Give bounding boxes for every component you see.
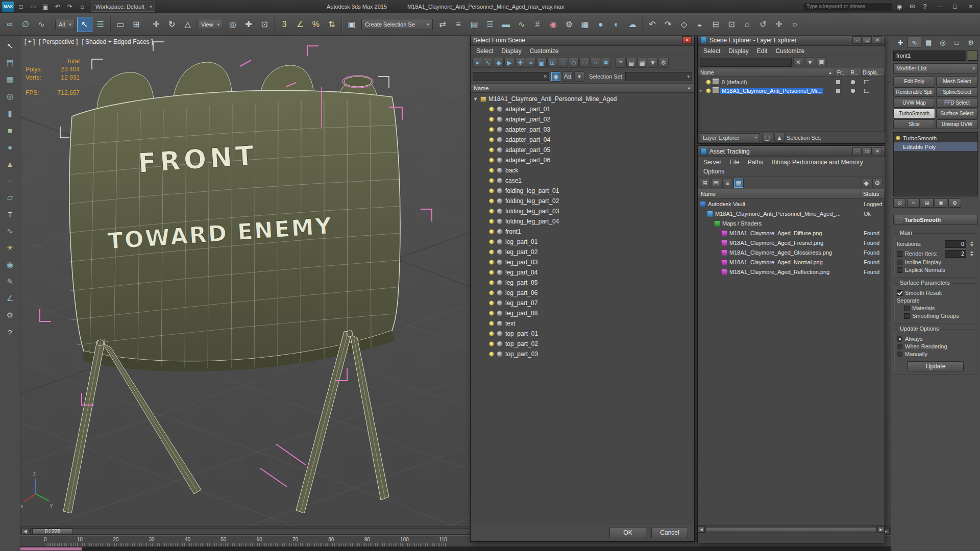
menu-item[interactable]: Customize <box>771 46 808 56</box>
sync-icon[interactable]: ▢ <box>762 133 772 143</box>
0 (default)[interactable]: 0 (default) <box>698 78 885 86</box>
redo-icon[interactable]: ↷ <box>64 2 76 12</box>
cancel-button[interactable]: Cancel <box>651 527 688 538</box>
table-view-icon[interactable]: ⊞ <box>700 178 710 188</box>
camera-icon[interactable]: ◉ <box>3 259 18 271</box>
communication-center-icon[interactable]: ✉ <box>906 2 918 12</box>
helix-icon[interactable]: ∿ <box>3 225 18 237</box>
M18A1_Claymore_Aged_Diffuse.png[interactable]: M18A1_Claymore_Aged_Diffuse.png Found <box>698 228 885 238</box>
explorer-mode-dropdown[interactable]: Layer Explorer ▾ <box>700 133 760 142</box>
layer-list[interactable]: 0 (default) ▸ M18A1_Claymore_Anti_Person… <box>698 77 885 131</box>
display-mode-icon[interactable]: ◒ <box>692 17 707 32</box>
tube-icon[interactable]: ◎ <box>3 90 18 103</box>
time-slider-handle[interactable]: 0 / 225 <box>32 529 73 534</box>
menu-item[interactable]: Customize <box>526 46 563 56</box>
Autodesk Vault[interactable]: Autodesk Vault Logged <box>698 199 885 209</box>
collapse-icon[interactable]: - <box>896 217 901 222</box>
always-radio[interactable] <box>897 336 902 342</box>
box-icon[interactable]: ■ <box>3 124 18 136</box>
customize-columns-icon[interactable]: ⚙ <box>658 58 669 68</box>
list-item[interactable]: back <box>471 165 694 176</box>
M18A1_Claymore_Anti_Personnel_Mine_Aged_...[interactable]: M18A1_Claymore_Anti_Personnel_Mine_Aged_… <box>698 209 885 218</box>
visibility-bulb-icon[interactable] <box>489 270 494 275</box>
isolate-selection-icon[interactable]: ◇ <box>676 17 692 32</box>
modifier-button[interactable]: SplineSelect <box>936 87 978 97</box>
selection-set-dropdown[interactable]: ▾ <box>625 72 692 81</box>
pin-stack-icon[interactable]: ⊙ <box>893 198 906 208</box>
maximize-viewport-icon[interactable]: ⊡ <box>724 17 739 32</box>
viewport-menu-pov[interactable]: [ Perspective ] <box>39 38 78 45</box>
object-color-swatch[interactable] <box>968 51 978 61</box>
list-item[interactable]: leg_part_05 <box>471 278 694 288</box>
percent-snap-icon[interactable]: % <box>308 17 324 32</box>
menu-item[interactable]: Paths <box>744 158 768 167</box>
asset-tracking-titlebar[interactable]: Asset Tracking - ▢ ✕ <box>698 146 885 157</box>
menu-item[interactable]: Display <box>724 46 752 56</box>
modifier-button[interactable]: Slice <box>893 119 935 129</box>
minimize-button[interactable]: — <box>932 2 946 12</box>
spinner-arrows-icon[interactable] <box>969 240 974 248</box>
light-icon[interactable]: ☀ <box>3 242 18 254</box>
display-helpers-icon[interactable]: ✚ <box>515 58 525 68</box>
smooth-result-checkbox[interactable] <box>897 290 902 296</box>
reference-coordinate-dropdown[interactable]: View▾ <box>198 19 223 30</box>
visibility-bulb-icon[interactable] <box>489 311 494 316</box>
menu-item[interactable]: Bitmap Performance and Memory <box>767 158 867 167</box>
menu-item[interactable]: Options <box>699 167 728 176</box>
render-setup-icon[interactable]: ⚙ <box>561 17 577 32</box>
M18A1_Claymore_Anti_Personnel_Mi...[interactable]: ▸ M18A1_Claymore_Anti_Personnel_Mi... <box>698 86 885 95</box>
modifier-button[interactable]: Edit Poly <box>893 77 935 86</box>
render-icon[interactable] <box>846 89 860 93</box>
expand-icon[interactable]: ▸ <box>700 88 704 93</box>
frozen-icon[interactable] <box>831 89 845 93</box>
app-logo-icon[interactable]: MAX <box>2 2 14 12</box>
modifier-button[interactable]: Unwrap UVW <box>936 119 978 129</box>
options-icon[interactable]: ⚙ <box>872 178 883 188</box>
detail-view-icon[interactable]: ▤ <box>626 58 636 68</box>
list-item[interactable]: leg_part_07 <box>471 298 694 308</box>
when-rendering-radio[interactable] <box>897 344 902 349</box>
visibility-bulb-icon[interactable] <box>489 147 494 153</box>
menu-item[interactable]: Select <box>472 46 497 56</box>
project-folder-icon[interactable]: ⌂ <box>77 2 88 12</box>
horizontal-scrollbar[interactable]: ◀ ▶ <box>698 525 885 533</box>
close-button[interactable]: ✕ <box>964 2 978 12</box>
list-item[interactable]: leg_part_04 <box>471 267 694 278</box>
tab-modify[interactable]: ∿ <box>908 37 922 48</box>
claymore-model[interactable]: FRONT TOWARD ENEMY <box>63 62 400 513</box>
update-button[interactable]: Update <box>908 361 964 371</box>
remove-modifier-icon[interactable]: ✖ <box>935 198 947 208</box>
menu-item[interactable]: Display <box>497 46 525 56</box>
case-sensitive-icon[interactable]: Aa <box>562 71 573 82</box>
sphere-icon[interactable]: ● <box>3 141 18 153</box>
workspace-dropdown[interactable]: Workspace: Default ▾ <box>91 2 155 12</box>
display-hidden-icon[interactable]: ○ <box>590 58 600 68</box>
list-item[interactable]: adapter_part_01 <box>471 104 694 114</box>
list-item[interactable]: adapter_part_04 <box>471 135 694 145</box>
display-geometry-icon[interactable]: ● <box>472 58 482 68</box>
explicit-normals-checkbox[interactable] <box>897 267 902 273</box>
spinner-snap-icon[interactable]: ⇅ <box>324 17 339 32</box>
visibility-bulb-icon[interactable] <box>489 352 494 357</box>
list-item[interactable]: text <box>471 318 694 329</box>
tab-hierarchy[interactable]: ▤ <box>921 37 936 48</box>
close-icon[interactable]: ✕ <box>682 36 692 44</box>
large-icons-view-icon[interactable]: ▦ <box>637 58 647 68</box>
menu-item[interactable]: File <box>725 158 743 167</box>
configure-modifier-sets-icon[interactable]: ⚙ <box>948 198 961 208</box>
select-and-link-icon[interactable]: ∞ <box>2 17 17 32</box>
spinner-arrows-icon[interactable] <box>969 249 974 258</box>
select-and-rotate-icon[interactable]: ↻ <box>164 17 180 32</box>
visibility-bulb-icon[interactable] <box>489 137 494 142</box>
list-item[interactable]: adapter_part_05 <box>471 145 694 155</box>
list-item[interactable]: top_part_03 <box>471 349 694 359</box>
select-and-move-icon[interactable]: ✛ <box>149 17 164 32</box>
list-item[interactable]: adapter_part_06 <box>471 155 694 165</box>
visibility-bulb-icon[interactable] <box>489 117 494 122</box>
pointer-icon[interactable]: ↖ <box>3 40 18 52</box>
explorer-search-input[interactable] <box>700 58 792 67</box>
render-icon[interactable] <box>846 80 860 84</box>
visibility-bulb-icon[interactable] <box>706 88 711 93</box>
grid-icon[interactable]: ▦ <box>3 73 18 86</box>
list-item[interactable]: leg_part_01 <box>471 237 694 247</box>
